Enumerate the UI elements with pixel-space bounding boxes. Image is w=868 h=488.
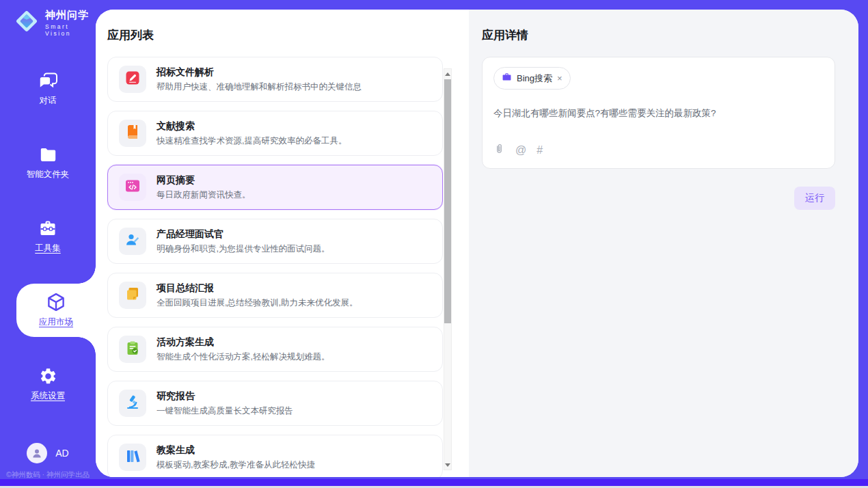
sidebar-item-smart-folders[interactable]: 智能文件夹 (0, 141, 96, 185)
cube-icon (46, 293, 66, 312)
prompt-card: Bing搜索 × 今日湖北有哪些新闻要点?有哪些需要关注的最新政策? @ # (482, 57, 835, 169)
content-wrapper: 应用列表 招标文件解析 帮助用户快速、准确地理解和解析招标书中的关键信息 文献搜… (96, 10, 858, 477)
prompt-input[interactable]: 今日湖北有哪些新闻要点?有哪些需要关注的最新政策? (493, 107, 824, 120)
app-detail-panel: 应用详情 Bing搜索 × 今日湖北有哪些新闻要点?有哪些需要关注的最新政策? … (469, 10, 858, 477)
app-card-activity-plan[interactable]: 活动方案生成 智能生成个性化活动方案,轻松解决规划难题。 (107, 327, 443, 372)
toolbox-icon (38, 219, 57, 238)
sidebar-item-settings[interactable]: 系统设置 (0, 362, 96, 406)
brand-diamond-icon (14, 8, 40, 37)
app-card-web-summary[interactable]: 网页摘要 每日政府新闻资讯快查。 (107, 165, 443, 210)
tool-tag-label: Bing搜索 (517, 72, 552, 85)
paperclip-icon[interactable] (493, 143, 505, 157)
sidebar-nav: 对话 智能文件夹 工具集 应用市场 系统设置 (0, 67, 96, 406)
app-card-lesson-plan[interactable]: 教案生成 模板驱动,教案秒成,教学准备从此轻松快捷 (107, 435, 443, 477)
run-row: 运行 (482, 187, 835, 210)
user-avatar-icon (27, 443, 47, 463)
gear-icon (39, 366, 57, 385)
close-icon[interactable]: × (557, 74, 562, 83)
user-initials: AD (55, 448, 68, 459)
app-card-project-summary[interactable]: 项目总结汇报 全面回顾项目进展,总结经验教训,助力未来优化发展。 (107, 273, 443, 318)
scroll-up-icon[interactable] (444, 69, 451, 79)
tender-doc-icon (124, 70, 141, 89)
sidebar-item-app-market[interactable]: 应用市场 (16, 284, 96, 337)
books-icon (124, 448, 141, 467)
hash-icon[interactable]: # (537, 144, 543, 157)
run-button[interactable]: 运行 (794, 187, 835, 210)
tool-tag-bing-search[interactable]: Bing搜索 × (493, 67, 571, 90)
app-card-research-report[interactable]: 研究报告 一键智能生成高质量长文本研究报告 (107, 381, 443, 426)
interviewer-icon (124, 232, 141, 251)
mention-icon[interactable]: @ (515, 144, 526, 157)
app-logo: 神州问学 Smart Vision (0, 0, 96, 37)
briefcase-icon (502, 72, 512, 85)
app-list-panel: 应用列表 招标文件解析 帮助用户快速、准确地理解和解析招标书中的关键信息 文献搜… (96, 10, 469, 477)
scrollbar-thumb[interactable] (444, 79, 451, 323)
microscope-icon (124, 394, 141, 413)
app-card-pm-interviewer[interactable]: 产品经理面试官 明确身份和职责,为您提供专业性的面试问题。 (107, 219, 443, 264)
web-summary-icon (124, 178, 141, 197)
chat-icon (38, 71, 58, 90)
sidebar: 神州问学 Smart Vision 对话 智能文件夹 工具集 应用市场 系统设置… (0, 0, 96, 488)
scroll-down-icon[interactable] (444, 460, 451, 470)
brand-name-en: Smart Vision (45, 23, 96, 37)
bottom-accent-bar (0, 479, 868, 486)
sticky-notes-icon (124, 286, 141, 305)
copyright-footer: ©神州数码 · 神州问学出品 (0, 470, 96, 480)
sidebar-item-toolset[interactable]: 工具集 (0, 215, 96, 258)
sidebar-item-chat[interactable]: 对话 (0, 67, 96, 111)
app-card-list: 招标文件解析 帮助用户快速、准确地理解和解析招标书中的关键信息 文献搜索 快速精… (107, 57, 443, 477)
scrollbar[interactable] (444, 68, 452, 470)
attachment-toolbar: @ # (493, 143, 543, 157)
book-icon (124, 124, 141, 143)
folder-icon (39, 145, 57, 164)
user-row[interactable]: AD (0, 443, 96, 463)
app-detail-title: 应用详情 (482, 27, 835, 43)
app-list-title: 应用列表 (107, 27, 469, 43)
clipboard-check-icon (124, 340, 141, 359)
brand-name-cn: 神州问学 (45, 9, 96, 22)
app-card-literature-search[interactable]: 文献搜索 快速精准查找学术资源,提高研究效率的必备工具。 (107, 111, 443, 156)
app-card-tender-analysis[interactable]: 招标文件解析 帮助用户快速、准确地理解和解析招标书中的关键信息 (107, 57, 443, 102)
